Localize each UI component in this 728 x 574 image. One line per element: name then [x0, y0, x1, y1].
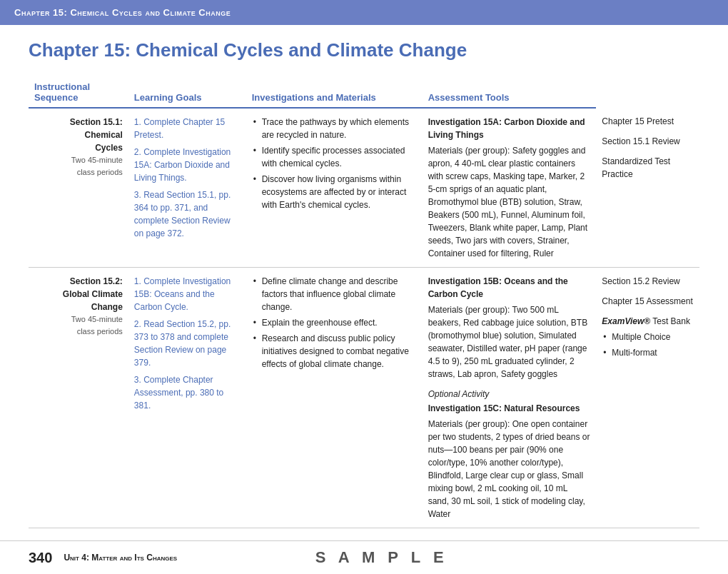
- goal-item: Trace the pathways by which elements are…: [252, 116, 417, 141]
- investigation-15b-title: Investigation 15B: Oceans and the Carbon…: [428, 275, 591, 301]
- section-15-2-name: Global ClimateChange: [34, 288, 123, 313]
- seq-link-1[interactable]: 1. Complete Chapter 15 Pretest.: [134, 117, 225, 140]
- seq-item-4: 1. Complete Investigation 15B: Oceans an…: [134, 275, 241, 313]
- unit-label: Unit 4: Matter and Its Changes: [64, 553, 275, 563]
- investigation-15a-materials: Materials (per group): Safety goggles an…: [428, 144, 591, 260]
- assessment-item: Multi-format: [602, 346, 694, 359]
- seq-item-3: 3. Read Section 15.1, pp. 364 to pp. 371…: [134, 188, 241, 240]
- section-15-1-name: ChemicalCycles: [34, 129, 123, 154]
- seq-link-3[interactable]: 3. Read Section 15.1, pp. 364 to pp. 371…: [134, 190, 231, 238]
- section-15-2-label: Section 15.2:: [34, 275, 123, 288]
- top-bar-label: Chapter 15: Chemical Cycles and Climate …: [14, 7, 231, 18]
- section-15-1-investigations: Investigation 15A: Carbon Dioxide and Li…: [423, 108, 597, 268]
- seq-link-6[interactable]: 3. Complete Chapter Assessment, pp. 380 …: [134, 375, 223, 411]
- seq-item-6: 3. Complete Chapter Assessment, pp. 380 …: [134, 373, 241, 412]
- optional-activity-label: Optional Activity: [428, 388, 591, 401]
- examview-test-bank: Test Bank: [652, 316, 690, 326]
- investigation-15c-title: Investigation 15C: Natural Resources: [428, 402, 591, 415]
- bottom-bar: 340 Unit 4: Matter and Its Changes S A M…: [0, 540, 728, 574]
- seq-link-4[interactable]: 1. Complete Investigation 15B: Oceans an…: [134, 276, 231, 312]
- section-15-2-assessment: Section 15.2 Review Chapter 15 Assessmen…: [596, 268, 699, 528]
- section-15-2-time: Two 45-minuteclass periods: [34, 313, 123, 337]
- goal-item: Discover how living organisms within eco…: [252, 173, 417, 211]
- assessment-item: Section 15.2 Review: [602, 275, 694, 288]
- seq-item-5: 2. Read Section 15.2, pp. 373 to 378 and…: [134, 318, 241, 369]
- examview-brand: ExamView®: [602, 316, 650, 326]
- header-assessment: Assessment Tools: [423, 77, 597, 108]
- header-investigations: Investigations and Materials: [246, 77, 423, 108]
- seq-item-1: 1. Complete Chapter 15 Pretest.: [134, 116, 241, 141]
- assessment-item: Chapter 15 Pretest: [602, 115, 694, 128]
- section-15-1-time: Two 45-minuteclass periods: [34, 154, 123, 178]
- main-content: Chapter 15: Chemical Cycles and Climate …: [0, 25, 728, 543]
- section-15-1-sequence: 1. Complete Chapter 15 Pretest. 2. Compl…: [128, 108, 246, 268]
- section-15-1-label-cell: Section 15.1: ChemicalCycles Two 45-minu…: [29, 108, 128, 268]
- section-15-2-goals: Define climate change and describe facto…: [246, 268, 423, 528]
- seq-link-5[interactable]: 2. Read Section 15.2, pp. 373 to 378 and…: [134, 319, 231, 368]
- goals-list-2: Define climate change and describe facto…: [252, 275, 417, 371]
- header-goals: Learning Goals: [128, 77, 246, 108]
- assessment-item: Standardized Test Practice: [602, 155, 694, 181]
- assessment-item: Chapter 15 Assessment: [602, 295, 694, 308]
- section-15-2-investigations: Investigation 15B: Oceans and the Carbon…: [423, 268, 597, 528]
- section-15-1-assessment: Chapter 15 Pretest Section 15.1 Review S…: [596, 108, 699, 268]
- section-15-1-label: Section 15.1:: [34, 116, 123, 129]
- investigation-15a-title: Investigation 15A: Carbon Dioxide and Li…: [428, 116, 591, 141]
- main-table: Instructional Sequence Learning Goals In…: [29, 77, 699, 528]
- section-15-1-goals: Trace the pathways by which elements are…: [246, 108, 423, 268]
- seq-item-2: 2. Complete Investigation 15A: Carbon Di…: [134, 146, 241, 184]
- goal-item: Explain the greenhouse effect.: [252, 316, 417, 329]
- goal-item: Identify specific processes associated w…: [252, 144, 417, 170]
- seq-link-2[interactable]: 2. Complete Investigation 15A: Carbon Di…: [134, 147, 231, 183]
- goal-item: Define climate change and describe facto…: [252, 275, 417, 313]
- page-number: 340: [29, 550, 52, 566]
- examview-label: ExamView® Test Bank: [602, 315, 694, 328]
- table-row: Section 15.1: ChemicalCycles Two 45-minu…: [29, 108, 699, 268]
- header-sequence: Instructional Sequence: [29, 77, 128, 108]
- chapter-title: Chapter 15: Chemical Cycles and Climate …: [29, 39, 699, 64]
- examview-options: Multiple Choice Multi-format: [602, 331, 694, 359]
- goals-list-1: Trace the pathways by which elements are…: [252, 116, 417, 211]
- goal-item: Research and discuss public policy initi…: [252, 332, 417, 371]
- table-row: Section 15.2: Global ClimateChange Two 4…: [29, 268, 699, 528]
- top-bar: Chapter 15: Chemical Cycles and Climate …: [0, 0, 728, 25]
- assessment-item: Multiple Choice: [602, 331, 694, 343]
- section-15-2-sequence: 1. Complete Investigation 15B: Oceans an…: [128, 268, 246, 528]
- chapter-title-label: Chapter 15:: [29, 39, 131, 61]
- investigation-15c-materials: Materials (per group): One open containe…: [428, 418, 591, 520]
- chapter-title-name: Chemical Cycles and Climate Change: [136, 39, 467, 61]
- section-15-2-label-cell: Section 15.2: Global ClimateChange Two 4…: [29, 268, 128, 528]
- sample-label: S A M P L E: [275, 548, 487, 567]
- assessment-item: Section 15.1 Review: [602, 135, 694, 148]
- investigation-15b-materials: Materials (per group): Two 500 mL beaker…: [428, 303, 591, 381]
